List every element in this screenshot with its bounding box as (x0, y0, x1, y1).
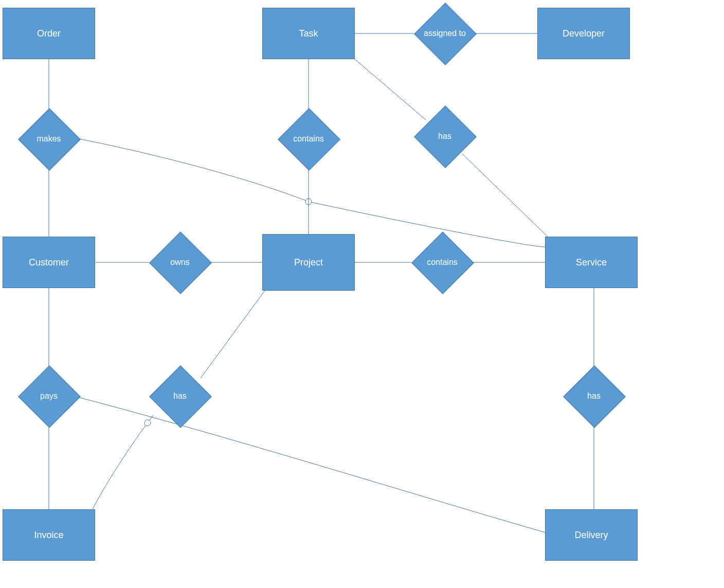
entity-developer: Developer (537, 8, 630, 59)
relationship-makes: makes (18, 118, 80, 159)
entity-order: Order (3, 8, 95, 59)
entity-task: Task (262, 8, 355, 59)
connector-lines (0, 0, 724, 588)
relationship-assigned-to: assigned to (414, 13, 476, 54)
relationship-has-task: has (414, 116, 476, 157)
svg-point-2 (305, 199, 312, 205)
relationship-label: assigned to (424, 29, 466, 38)
relationship-label: makes (37, 134, 61, 144)
relationship-label: contains (427, 258, 458, 267)
relationship-label: contains (293, 134, 324, 144)
relationship-has-service: has (563, 376, 625, 417)
relationship-label: pays (40, 391, 58, 401)
relationship-contains-service: contains (411, 242, 473, 283)
entity-delivery: Delivery (545, 509, 638, 561)
relationship-pays: pays (18, 376, 80, 417)
relationship-has-project: has (149, 376, 211, 417)
svg-line-15 (201, 291, 265, 378)
svg-line-7 (355, 59, 426, 120)
relationship-label: owns (170, 258, 189, 267)
relationship-label: has (438, 132, 451, 141)
entity-project: Project (262, 234, 355, 291)
svg-line-8 (463, 154, 548, 237)
relationship-owns: owns (149, 242, 211, 283)
relationship-contains-task: contains (278, 118, 339, 159)
entity-service: Service (545, 237, 638, 288)
entity-invoice: Invoice (3, 509, 95, 561)
er-diagram-canvas: Order Task Developer Customer Project Se… (0, 0, 724, 588)
relationship-label: has (587, 391, 601, 401)
relationship-label: has (173, 391, 187, 401)
entity-customer: Customer (3, 237, 95, 288)
svg-point-16 (144, 420, 151, 426)
